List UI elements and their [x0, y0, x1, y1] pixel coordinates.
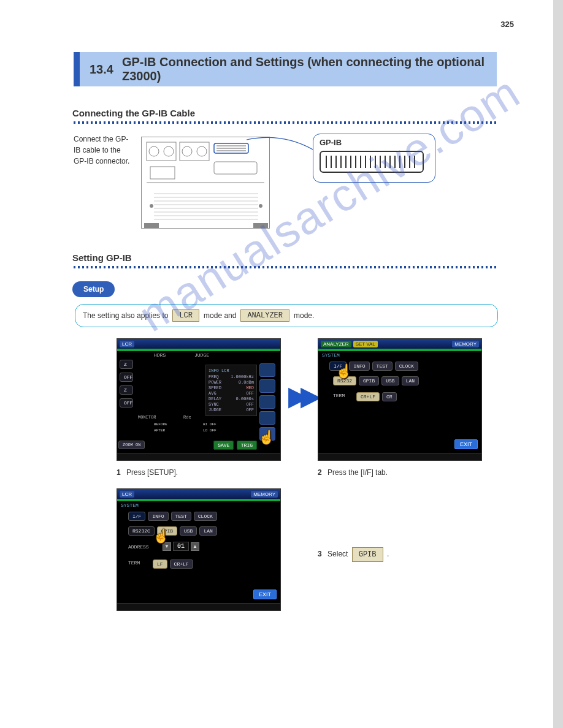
gpib-callout: GP-IB	[313, 134, 435, 183]
side-icon-4[interactable]	[259, 411, 275, 425]
svg-rect-23	[144, 223, 159, 228]
step-3-num: 3	[318, 550, 322, 558]
shot-b-section: SYSTEM	[322, 352, 340, 358]
usb-btn-c[interactable]: USB	[180, 526, 197, 536]
svg-rect-3	[180, 142, 209, 161]
svg-point-22	[259, 204, 262, 208]
svg-rect-24	[253, 223, 268, 228]
arrow-icon: ▶▶	[288, 380, 313, 411]
judge-label: JUDGE	[194, 352, 209, 358]
exit-btn-c[interactable]: EXIT	[253, 590, 277, 599]
analyzer-chip: ANALYZER	[240, 309, 289, 322]
tab-clock[interactable]: CLOCK	[395, 362, 418, 371]
save-button[interactable]: SAVE	[213, 441, 234, 450]
tab-info[interactable]: INFO	[349, 362, 369, 371]
step-3-post: .	[387, 550, 389, 558]
svg-point-21	[150, 204, 153, 208]
shot-b-memory: MEMORY	[452, 341, 479, 347]
rdc-label: Rdc	[183, 415, 191, 420]
lan-btn-c[interactable]: LAN	[199, 526, 216, 536]
tab-if-c[interactable]: I/F	[128, 512, 145, 521]
before-label: BEFORE	[154, 422, 167, 427]
hand-icon-1	[258, 430, 274, 448]
svg-rect-10	[150, 167, 175, 179]
section-title: GP-IB Connection and Settings (when conn…	[122, 55, 497, 83]
addr-up[interactable]: ▲	[191, 542, 199, 551]
shot-c-section: SYSTEM	[121, 502, 139, 508]
section-number: 13.4	[90, 63, 113, 77]
hi-off: HI OFF	[203, 422, 216, 427]
hdrs-label: HDRS	[154, 352, 166, 358]
step-2-text: Press the [I/F] tab.	[327, 468, 388, 477]
usb-btn[interactable]: USB	[381, 376, 399, 385]
lf-btn[interactable]: LF	[153, 559, 167, 569]
screenshot-analyzer-if: ANALYZER SET VAL MEMORY SYSTEM I/F INFO …	[318, 338, 482, 461]
svg-point-1	[149, 146, 159, 156]
gpib-chip: GPIB	[352, 547, 383, 562]
side-icon-2[interactable]	[259, 379, 275, 393]
after-label: AFTER	[154, 428, 165, 433]
connect-instruction: Connect the GP-IB cable to the GP-IB con…	[74, 134, 135, 167]
lo-off: LO OFF	[203, 428, 216, 433]
step-2-num: 2	[318, 468, 322, 477]
term-label-c: TERM	[128, 560, 140, 566]
crlf-btn-c[interactable]: CR+LF	[170, 559, 193, 569]
tab-test[interactable]: TEST	[372, 362, 393, 371]
heading-setting: Setting GP-IB	[72, 252, 132, 263]
gpib-connector-icon	[320, 151, 424, 173]
shot-b-pill: SET VAL	[353, 341, 378, 347]
svg-point-2	[164, 146, 174, 156]
gpib-callout-label: GP-IB	[320, 138, 429, 147]
zoom-on-button[interactable]: ZOOM ON	[118, 441, 145, 449]
mode-note: The setting also applies to LCR mode and…	[75, 304, 498, 327]
info-title: INFO LCR	[209, 368, 254, 373]
shot-a-title: LCR	[120, 341, 134, 347]
section-banner: 13.4 GP-IB Connection and Settings (when…	[74, 52, 497, 86]
param-z-2[interactable]: Z	[120, 385, 133, 395]
tab-info-c[interactable]: INFO	[148, 512, 168, 521]
tab-clock-c[interactable]: CLOCK	[194, 512, 217, 521]
exit-btn-b[interactable]: EXIT	[454, 439, 478, 449]
gpib-btn[interactable]: GPIB	[359, 376, 379, 385]
step-3: 3 Select GPIB .	[318, 547, 389, 562]
side-icon-1[interactable]	[259, 363, 275, 377]
param-z-1[interactable]: Z	[120, 360, 133, 369]
lan-btn[interactable]: LAN	[402, 376, 419, 385]
rule-2	[74, 266, 497, 268]
term-label-b: TERM	[333, 393, 345, 398]
step-3-pre: Select	[327, 550, 350, 558]
lcr-chip: LCR	[172, 309, 199, 322]
hand-icon-2	[335, 363, 351, 382]
shot-c-memory: MEMORY	[251, 491, 278, 498]
param-off-2[interactable]: OFF	[120, 398, 133, 408]
svg-point-5	[197, 146, 207, 156]
svg-rect-11	[214, 162, 257, 174]
mode-note-pre: The setting also applies to	[83, 311, 168, 320]
heading-connecting: Connecting the GP-IB Cable	[72, 108, 195, 118]
rs232c-btn[interactable]: RS232C	[128, 526, 155, 536]
screenshot-lcr-main: LCR HDRS JUDGE Z OFF Z OFF ZOOM ON SAVE …	[117, 338, 281, 461]
addr-value: 01	[173, 542, 189, 551]
mode-note-post: mode.	[294, 311, 314, 320]
side-icon-3[interactable]	[259, 395, 275, 409]
side-margin	[553, 0, 563, 728]
step-1-text: Press [SETUP].	[126, 468, 178, 477]
page-number: 325	[500, 20, 514, 29]
cr-btn[interactable]: CR	[382, 392, 397, 401]
hand-icon-3	[153, 528, 169, 547]
param-off-1[interactable]: OFF	[120, 373, 133, 382]
step-1-num: 1	[117, 468, 121, 477]
trig-button[interactable]: TRIG	[237, 441, 257, 450]
rule-1	[74, 121, 497, 124]
addr-label: ADDRESS	[128, 544, 149, 550]
svg-point-4	[182, 146, 192, 156]
svg-rect-0	[147, 142, 176, 161]
shot-c-title: LCR	[120, 491, 134, 498]
tab-test-c[interactable]: TEST	[171, 512, 191, 521]
setup-pill: Setup	[72, 281, 115, 297]
callout-line	[245, 134, 319, 152]
crlf-btn[interactable]: CR+LF	[356, 392, 380, 401]
step-2: 2 Press the [I/F] tab.	[318, 467, 388, 478]
screenshot-lcr-if: LCR MEMORY SYSTEM I/F INFO TEST CLOCK RS…	[117, 488, 281, 611]
shot-b-title: ANALYZER	[321, 341, 351, 347]
